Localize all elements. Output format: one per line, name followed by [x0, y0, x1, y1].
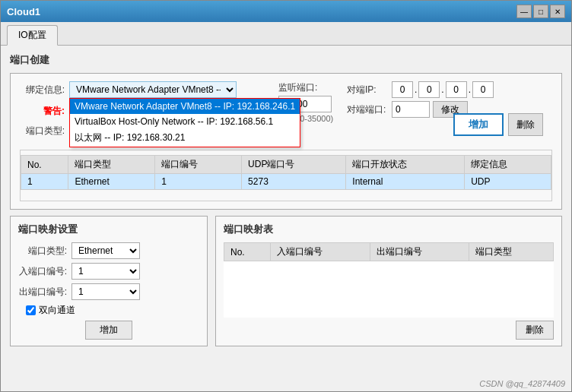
- delete-button[interactable]: 删除: [508, 113, 543, 136]
- add-mapping-button[interactable]: 增加: [85, 321, 132, 340]
- map-col-type: 端口类型: [469, 243, 554, 261]
- port-table-header: No. 端口类型 端口编号 UDP端口号 端口开放状态 绑定信息: [21, 156, 551, 174]
- content-area: 端口创建 绑定信息: VMware Network Adapter VMnet8…: [1, 46, 571, 391]
- minimize-button[interactable]: —: [516, 5, 532, 18]
- map-col-in: 入端口编号: [270, 243, 370, 261]
- ip-octet-1[interactable]: [418, 81, 440, 98]
- binding-label: 绑定信息:: [20, 84, 69, 96]
- window-controls: — □ ✕: [516, 5, 565, 18]
- cell-type: Ethernet: [68, 174, 155, 190]
- dropdown-item-1[interactable]: VirtualBox Host-Only Network -- IP: 192.…: [70, 114, 300, 129]
- binding-dropdown-list: VMware Network Adapter VMnet8 -- IP: 192…: [69, 98, 300, 147]
- mapping-out-label: 出端口编号:: [18, 286, 72, 299]
- remote-port-label: 对端端口:: [347, 103, 389, 116]
- window-title: Cloud1: [7, 6, 40, 17]
- mapping-in-select[interactable]: 1: [72, 263, 140, 280]
- bidirectional-checkbox[interactable]: [26, 305, 36, 315]
- cell-binding: UDP: [465, 174, 551, 190]
- mapping-in-row: 入端口编号: 1: [18, 263, 199, 280]
- mapping-delete-button[interactable]: 删除: [516, 321, 554, 340]
- binding-select[interactable]: VMware Network Adapter VMnet8 -- IP: 192…: [69, 81, 237, 98]
- binding-row: 绑定信息: VMware Network Adapter VMnet8 -- I…: [20, 81, 278, 98]
- monitor-label: 监听端口:: [278, 81, 317, 94]
- map-col-out: 出端口编号: [370, 243, 469, 261]
- dropdown-item-2[interactable]: 以太网 -- IP: 192.168.30.21: [70, 129, 300, 147]
- port-mapping-title: 端口映射设置: [18, 223, 199, 236]
- port-type-label: 端口类型:: [20, 125, 69, 138]
- warning-label: 警告:: [20, 105, 69, 118]
- ip-group: . . .: [392, 81, 494, 98]
- remote-port-input[interactable]: [392, 101, 430, 118]
- action-buttons: 增加 删除: [453, 113, 543, 136]
- port-table: No. 端口类型 端口编号 UDP端口号 端口开放状态 绑定信息 1 Ether…: [21, 155, 551, 190]
- port-create-title: 端口创建: [10, 53, 562, 67]
- col-binding: 绑定信息: [465, 156, 551, 174]
- mapping-out-row: 出端口编号: 1: [18, 283, 199, 300]
- bidirectional-row: 双向通道: [18, 304, 199, 317]
- port-mapping-table-section: 端口映射表 No. 入端口编号 出端口编号 端口类型 删除: [215, 216, 562, 346]
- maximize-button[interactable]: □: [533, 5, 548, 18]
- bottom-section: 端口映射设置 端口类型: Ethernet UDP 入端口编号: 1 出端口编号…: [10, 216, 562, 346]
- mapping-table: No. 入端口编号 出端口编号 端口类型: [224, 242, 554, 318]
- ip-octet-2[interactable]: [446, 81, 467, 98]
- ip-octet-0[interactable]: [392, 81, 413, 98]
- tab-io[interactable]: IO配置: [7, 25, 58, 46]
- map-col-no: No.: [224, 243, 271, 261]
- port-table-container: No. 端口类型 端口编号 UDP端口号 端口开放状态 绑定信息 1 Ether…: [20, 150, 552, 201]
- cell-port: 1: [155, 174, 242, 190]
- mapping-out-select[interactable]: 1: [72, 283, 140, 300]
- port-create-section: 绑定信息: VMware Network Adapter VMnet8 -- I…: [10, 73, 562, 210]
- mapping-type-label: 端口类型:: [18, 245, 72, 258]
- cell-status: Internal: [346, 174, 465, 190]
- add-button[interactable]: 增加: [453, 113, 504, 136]
- cell-udp: 5273: [242, 174, 346, 190]
- close-button[interactable]: ✕: [550, 5, 565, 18]
- col-type: 端口类型: [68, 156, 155, 174]
- remote-ip-label: 对端IP:: [347, 84, 389, 96]
- main-window: Cloud1 — □ ✕ IO配置 端口创建 绑定信息:: [0, 0, 572, 392]
- ip-octet-3[interactable]: [472, 81, 494, 98]
- title-bar: Cloud1 — □ ✕: [1, 1, 571, 22]
- dropdown-item-0[interactable]: VMware Network Adapter VMnet8 -- IP: 192…: [70, 99, 300, 114]
- binding-dropdown-container: VMware Network Adapter VMnet8 -- IP: 192…: [69, 81, 237, 98]
- col-port: 端口编号: [155, 156, 242, 174]
- bidirectional-label: 双向通道: [39, 304, 75, 317]
- col-no: No.: [21, 156, 68, 174]
- tab-bar: IO配置: [1, 22, 571, 46]
- port-mapping-section: 端口映射设置 端口类型: Ethernet UDP 入端口编号: 1 出端口编号…: [10, 216, 208, 346]
- port-mapping-table-title: 端口映射表: [224, 223, 554, 236]
- mapping-in-label: 入端口编号:: [18, 265, 72, 278]
- cell-no: 1: [21, 174, 68, 190]
- watermark: CSDN @qq_42874409: [479, 379, 565, 388]
- mapping-table-header: No. 入端口编号 出端口编号 端口类型: [224, 243, 554, 261]
- table-row[interactable]: 1 Ethernet 1 5273 Internal UDP: [21, 174, 551, 190]
- mapping-type-select[interactable]: Ethernet UDP: [72, 242, 140, 259]
- mapping-type-row: 端口类型: Ethernet UDP: [18, 242, 199, 259]
- col-udp: UDP端口号: [242, 156, 346, 174]
- col-status: 端口开放状态: [346, 156, 465, 174]
